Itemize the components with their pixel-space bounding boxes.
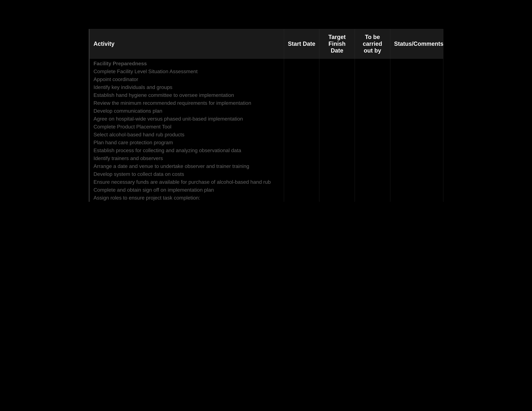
empty-cell xyxy=(319,147,355,154)
empty-cell xyxy=(284,194,319,202)
activity-header: Activity xyxy=(89,29,284,59)
start-date-header: Start Date xyxy=(284,29,319,59)
activity-item: Assign roles to ensure project task comp… xyxy=(89,194,284,202)
table-header-row: Activity Start Date Target Finish Date T… xyxy=(89,29,443,59)
table-row: Develop communications plan xyxy=(89,107,443,115)
empty-cell xyxy=(284,170,319,178)
finish-date-header: Target Finish Date xyxy=(319,29,355,59)
table-row: Review the minimum recommended requireme… xyxy=(89,99,443,107)
empty-cell xyxy=(319,131,355,139)
activity-item: Establish process for collecting and ana… xyxy=(89,147,284,154)
table-row: Complete Facility Level Situation Assess… xyxy=(89,67,443,75)
empty-cell xyxy=(355,123,390,131)
empty-cell xyxy=(355,67,390,75)
empty-cell xyxy=(319,91,355,99)
empty-cell xyxy=(355,131,390,139)
empty-cell xyxy=(284,107,319,115)
empty-cell xyxy=(390,162,443,170)
empty-cell xyxy=(319,107,355,115)
table-row: Agree on hospital-wide versus phased uni… xyxy=(89,115,443,123)
empty-cell xyxy=(284,67,319,75)
empty-cell xyxy=(355,178,390,186)
table-row: Plan hand care protection program xyxy=(89,139,443,147)
empty-cell xyxy=(284,178,319,186)
empty-cell xyxy=(284,59,319,68)
empty-cell xyxy=(319,162,355,170)
activity-item: Ensure necessary funds are available for… xyxy=(89,178,284,186)
empty-cell xyxy=(355,154,390,162)
empty-cell xyxy=(390,75,443,83)
activity-item: Review the minimum recommended requireme… xyxy=(89,99,284,107)
empty-cell xyxy=(284,162,319,170)
activity-item: Appoint coordinator xyxy=(89,75,284,83)
empty-cell xyxy=(355,75,390,83)
empty-cell xyxy=(319,154,355,162)
empty-cell xyxy=(355,194,390,202)
activity-item: Complete Facility Level Situation Assess… xyxy=(89,67,284,75)
empty-cell xyxy=(284,123,319,131)
empty-cell xyxy=(390,107,443,115)
table-row: Complete and obtain sign off on implemen… xyxy=(89,186,443,194)
empty-cell xyxy=(284,131,319,139)
empty-cell xyxy=(355,59,390,68)
activity-item: Develop system to collect data on costs xyxy=(89,170,284,178)
empty-cell xyxy=(319,67,355,75)
empty-cell xyxy=(284,91,319,99)
table-row: Establish hand hygiene committee to over… xyxy=(89,91,443,99)
empty-cell xyxy=(390,147,443,154)
activity-item: Select alcohol-based hand rub products xyxy=(89,131,284,139)
empty-cell xyxy=(390,131,443,139)
empty-cell xyxy=(319,186,355,194)
main-table-container: Activity Start Date Target Finish Date T… xyxy=(89,29,443,202)
activity-item: Identify trainers and observers xyxy=(89,154,284,162)
activity-item: Plan hand care protection program xyxy=(89,139,284,147)
empty-cell xyxy=(390,194,443,202)
empty-cell xyxy=(390,67,443,75)
empty-cell xyxy=(319,170,355,178)
empty-cell xyxy=(355,91,390,99)
empty-cell xyxy=(284,115,319,123)
empty-cell xyxy=(355,115,390,123)
empty-cell xyxy=(355,147,390,154)
table-row: Assign roles to ensure project task comp… xyxy=(89,194,443,202)
table-row: Arrange a date and venue to undertake ob… xyxy=(89,162,443,170)
table-row: Identify key individuals and groups xyxy=(89,83,443,91)
empty-cell xyxy=(390,170,443,178)
carried-out-header: To be carried out by xyxy=(355,29,390,59)
activity-item: Identify key individuals and groups xyxy=(89,83,284,91)
section-header-row: Facility Preparedness xyxy=(89,59,443,68)
activity-item: Agree on hospital-wide versus phased uni… xyxy=(89,115,284,123)
empty-cell xyxy=(390,123,443,131)
activity-item: Establish hand hygiene committee to over… xyxy=(89,91,284,99)
empty-cell xyxy=(355,186,390,194)
empty-cell xyxy=(284,75,319,83)
empty-cell xyxy=(355,170,390,178)
empty-cell xyxy=(319,99,355,107)
empty-cell xyxy=(355,139,390,147)
table-row: Establish process for collecting and ana… xyxy=(89,147,443,154)
empty-cell xyxy=(319,178,355,186)
status-header: Status/Comments xyxy=(390,29,443,59)
table-row: Ensure necessary funds are available for… xyxy=(89,178,443,186)
empty-cell xyxy=(355,107,390,115)
empty-cell xyxy=(319,83,355,91)
table-row: Develop system to collect data on costs xyxy=(89,170,443,178)
empty-cell xyxy=(319,194,355,202)
empty-cell xyxy=(390,139,443,147)
empty-cell xyxy=(355,99,390,107)
table-row: Complete Product Placement Tool xyxy=(89,123,443,131)
empty-cell xyxy=(390,91,443,99)
empty-cell xyxy=(390,154,443,162)
empty-cell xyxy=(390,178,443,186)
empty-cell xyxy=(284,186,319,194)
empty-cell xyxy=(284,147,319,154)
activity-table: Activity Start Date Target Finish Date T… xyxy=(89,29,443,202)
empty-cell xyxy=(390,115,443,123)
empty-cell xyxy=(355,83,390,91)
table-row: Appoint coordinator xyxy=(89,75,443,83)
activity-item: Arrange a date and venue to undertake ob… xyxy=(89,162,284,170)
empty-cell xyxy=(319,139,355,147)
section-title: Facility Preparedness xyxy=(89,59,284,68)
table-row: Identify trainers and observers xyxy=(89,154,443,162)
empty-cell xyxy=(319,123,355,131)
